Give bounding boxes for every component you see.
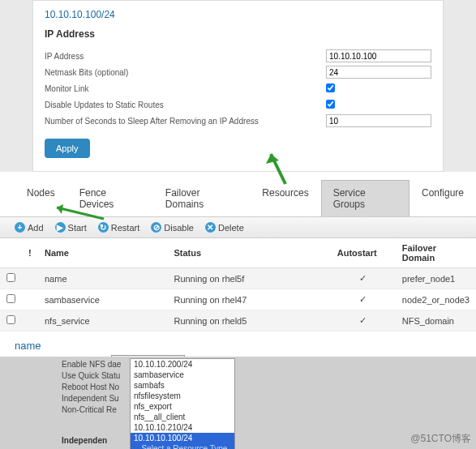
restart-label: Restart — [111, 223, 139, 233]
sleep-label: Number of Seconds to Sleep After Removin… — [45, 117, 326, 126]
prop-label: Reboot Host No — [62, 383, 130, 394]
add-label: Add — [28, 223, 44, 233]
start-label: Start — [68, 223, 87, 233]
ip-panel: 10.10.10.100/24 IP Address IP Address Ne… — [32, 0, 444, 172]
cell-failover: NFS_domain — [396, 310, 476, 331]
cell-name: nfs_service — [38, 310, 167, 331]
monitor-checkbox[interactable] — [326, 83, 335, 92]
apply-button[interactable]: Apply — [45, 139, 90, 158]
row-ip: IP Address — [45, 48, 431, 64]
reload-icon: ↻ — [98, 222, 109, 233]
disable-checkbox[interactable] — [326, 100, 335, 109]
dropdown-option[interactable]: 10.10.10.100/24 — [131, 433, 234, 443]
start-button[interactable]: ▶Start — [55, 222, 87, 233]
section-title: IP Address — [45, 28, 431, 40]
tab-service-groups[interactable]: Service Groups — [321, 180, 410, 216]
add-button[interactable]: +Add — [15, 222, 44, 233]
table-row[interactable]: name Running on rhel5f ✓ prefer_node1 — [0, 268, 476, 289]
cell-failover: prefer_node1 — [396, 268, 476, 289]
resource-dropdown[interactable]: 10.10.10.200/24sambaservicesambafsnfsfil… — [130, 358, 235, 449]
tab-nodes[interactable]: Nodes — [15, 180, 67, 216]
ip-input[interactable] — [326, 49, 431, 62]
row-checkbox[interactable] — [6, 294, 15, 303]
delete-label: Delete — [218, 223, 244, 233]
table-row[interactable]: nfs_service Running on rheld5 ✓ NFS_doma… — [0, 310, 476, 331]
cell-status: Running on rhel47 — [167, 289, 330, 310]
sleep-input[interactable] — [326, 114, 431, 127]
prop-label: Enable NFS dae — [62, 360, 130, 371]
ip-label: IP Address — [45, 52, 326, 61]
disable-button[interactable]: ⊘Disable — [151, 222, 194, 233]
th-failover[interactable]: Failover Domain — [396, 238, 476, 268]
disable-icon: ⊘ — [151, 222, 161, 233]
monitor-label: Monitor Link — [45, 84, 326, 93]
netmask-input[interactable] — [326, 66, 431, 79]
props-col: Enable NFS dae Use Quick Statu Reboot Ho… — [62, 358, 130, 449]
check-icon: ✓ — [359, 273, 367, 283]
row-checkbox[interactable] — [6, 273, 15, 282]
restart-button[interactable]: ↻Restart — [98, 222, 139, 233]
dropdown-option[interactable]: nfsfilesystem — [131, 391, 234, 401]
th-autostart[interactable]: Autostart — [331, 238, 396, 268]
dropdown-option[interactable]: nfs__all_client — [131, 412, 234, 422]
table-row[interactable]: sambaservice Running on rhel47 ✓ node2_o… — [0, 289, 476, 310]
tab-failover-domains[interactable]: Failover Domains — [153, 180, 251, 216]
row-sleep: Number of Seconds to Sleep After Removin… — [45, 113, 431, 129]
tab-configure[interactable]: Configure — [410, 180, 476, 216]
prop-label: Non-Critical Re — [62, 405, 130, 417]
th-name[interactable]: Name — [38, 238, 167, 268]
dropdown-option[interactable]: sambafs — [131, 380, 234, 391]
dropdown-option[interactable]: -- Select a Resource Type -- — [131, 443, 234, 449]
netmask-label: Netmask Bits (optional) — [45, 68, 326, 77]
th-checkbox — [0, 238, 22, 268]
delete-button[interactable]: ✕Delete — [205, 222, 244, 233]
cell-name: sambaservice — [38, 289, 167, 310]
cell-name: name — [38, 268, 167, 289]
row-netmask: Netmask Bits (optional) — [45, 64, 431, 80]
play-icon: ▶ — [55, 222, 66, 233]
watermark: @51CTO博客 — [410, 432, 471, 446]
check-icon: ✓ — [359, 315, 367, 325]
row-checkbox[interactable] — [6, 315, 15, 324]
dropdown-option[interactable]: nfs_export — [131, 401, 234, 412]
prop-label: Use Quick Statu — [62, 371, 130, 383]
dropdown-option[interactable]: 10.10.10.210/24 — [131, 422, 234, 433]
check-icon: ✓ — [359, 294, 367, 304]
services-table: ! Name Status Autostart Failover Domain … — [0, 238, 476, 331]
row-monitor: Monitor Link — [45, 80, 431, 96]
th-status[interactable]: Status — [167, 238, 330, 268]
disable-label: Disable Updates to Static Routes — [45, 100, 326, 109]
panel-title: 10.10.10.100/24 — [45, 9, 431, 20]
top-gray-wrap: 10.10.10.100/24 IP Address IP Address Ne… — [0, 0, 476, 172]
toolbar: +Add ▶Start ↻Restart ⊘Disable ✕Delete — [0, 217, 476, 238]
dropdown-option[interactable]: sambaservice — [131, 370, 234, 380]
tab-fence-devices[interactable]: Fence Devices — [67, 180, 153, 216]
delete-icon: ✕ — [205, 222, 216, 233]
cell-status: Running on rhel5f — [167, 268, 330, 289]
row-disable: Disable Updates to Static Routes — [45, 96, 431, 113]
disable-label: Disable — [164, 223, 194, 233]
cell-failover: node2_or_node3 — [396, 289, 476, 310]
tab-resources[interactable]: Resources — [250, 180, 320, 216]
detail-title: name — [15, 340, 461, 352]
cell-status: Running on rheld5 — [167, 310, 330, 331]
prop-label: Independent Su — [62, 394, 130, 405]
bottom-overlay: Enable NFS dae Use Quick Statu Reboot Ho… — [0, 357, 476, 449]
plus-icon: + — [15, 222, 25, 233]
dropdown-option[interactable]: 10.10.10.200/24 — [131, 359, 234, 370]
th-alert: ! — [22, 238, 38, 268]
tabs: Nodes Fence Devices Failover Domains Res… — [0, 180, 476, 217]
independent-label: Independen — [62, 436, 130, 447]
